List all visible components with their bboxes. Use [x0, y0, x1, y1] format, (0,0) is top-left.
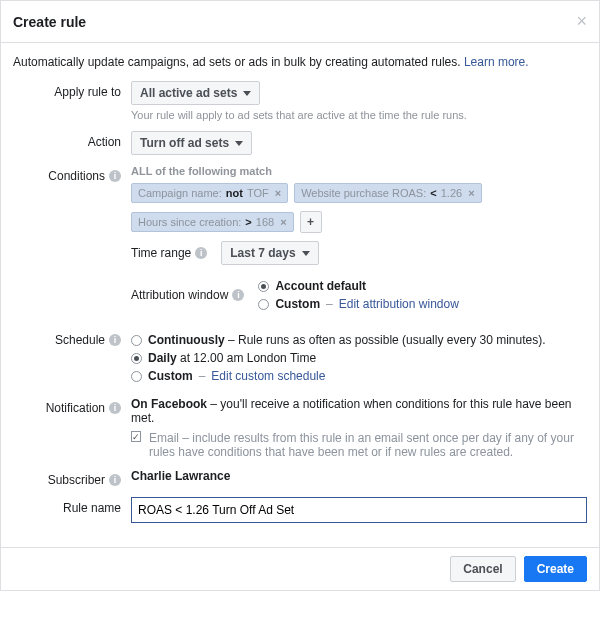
apply-help: Your rule will apply to ad sets that are…	[131, 109, 587, 121]
schedule-row: Schedule i Continuously – Rule runs as o…	[13, 329, 587, 387]
action-label: Action	[13, 131, 131, 149]
notification-email-row: ✓ Email – include results from this rule…	[131, 431, 587, 459]
schedule-option-daily[interactable]: Daily at 12.00 am London Time	[131, 351, 587, 365]
caret-down-icon	[243, 91, 251, 96]
subscriber-name: Charlie Lawrance	[131, 469, 230, 483]
attribution-option-default[interactable]: Account default	[258, 279, 458, 293]
create-rule-dialog: Create rule × Automatically update campa…	[0, 0, 600, 591]
schedule-label: Schedule i	[13, 329, 131, 347]
caret-down-icon	[302, 251, 310, 256]
condition-chip[interactable]: Website purchase ROAS: < 1.26 ×	[294, 183, 481, 203]
apply-rule-row: Apply rule to All active ad sets Your ru…	[13, 81, 587, 121]
attribution-row: Attribution window i Account default Cus…	[131, 275, 587, 315]
conditions-row: Conditions i ALL of the following match …	[13, 165, 587, 319]
create-button[interactable]: Create	[524, 556, 587, 582]
rule-name-input[interactable]	[131, 497, 587, 523]
info-icon[interactable]: i	[109, 474, 121, 486]
close-icon[interactable]: ×	[468, 187, 474, 199]
info-icon[interactable]: i	[109, 402, 121, 414]
radio-icon	[258, 281, 269, 292]
dialog-header: Create rule ×	[1, 1, 599, 43]
dialog-body: Automatically update campaigns, ad sets …	[1, 43, 599, 547]
radio-icon	[131, 371, 142, 382]
close-icon[interactable]: ×	[280, 216, 286, 228]
info-icon[interactable]: i	[109, 334, 121, 346]
email-checkbox[interactable]: ✓	[131, 431, 141, 442]
conditions-label: Conditions i	[13, 165, 131, 183]
edit-attribution-link[interactable]: Edit attribution window	[339, 297, 459, 311]
attribution-label: Attribution window i	[131, 288, 244, 302]
condition-chips: Campaign name: not TOF × Website purchas…	[131, 183, 587, 203]
rule-name-row: Rule name	[13, 497, 587, 523]
edit-schedule-link[interactable]: Edit custom schedule	[211, 369, 325, 383]
close-icon[interactable]: ×	[576, 11, 587, 32]
subscriber-label: Subscriber i	[13, 469, 131, 487]
time-range-label: Time range i	[131, 246, 207, 260]
rule-name-label: Rule name	[13, 497, 131, 515]
schedule-option-custom[interactable]: Custom – Edit custom schedule	[131, 369, 587, 383]
conditions-sublabel: ALL of the following match	[131, 165, 587, 177]
dialog-footer: Cancel Create	[1, 547, 599, 590]
action-dropdown[interactable]: Turn off ad sets	[131, 131, 252, 155]
condition-chip[interactable]: Hours since creation: > 168 ×	[131, 212, 294, 232]
notification-label: Notification i	[13, 397, 131, 415]
info-icon[interactable]: i	[195, 247, 207, 259]
cancel-button[interactable]: Cancel	[450, 556, 515, 582]
condition-chip[interactable]: Campaign name: not TOF ×	[131, 183, 288, 203]
radio-icon	[258, 299, 269, 310]
intro-text: Automatically update campaigns, ad sets …	[13, 55, 587, 69]
notification-row: Notification i On Facebook – you'll rece…	[13, 397, 587, 459]
apply-label: Apply rule to	[13, 81, 131, 99]
info-icon[interactable]: i	[232, 289, 244, 301]
add-condition-button[interactable]: +	[300, 211, 322, 233]
dialog-title: Create rule	[13, 14, 86, 30]
action-row: Action Turn off ad sets	[13, 131, 587, 155]
time-range-dropdown[interactable]: Last 7 days	[221, 241, 318, 265]
time-range-row: Time range i Last 7 days	[131, 241, 587, 265]
schedule-option-continuous[interactable]: Continuously – Rule runs as often as pos…	[131, 333, 587, 347]
close-icon[interactable]: ×	[275, 187, 281, 199]
apply-dropdown[interactable]: All active ad sets	[131, 81, 260, 105]
notification-facebook: On Facebook – you'll receive a notificat…	[131, 397, 587, 425]
info-icon[interactable]: i	[109, 170, 121, 182]
radio-icon	[131, 353, 142, 364]
learn-more-link[interactable]: Learn more.	[464, 55, 529, 69]
condition-chips-row2: Hours since creation: > 168 × +	[131, 211, 587, 233]
caret-down-icon	[235, 141, 243, 146]
radio-icon	[131, 335, 142, 346]
subscriber-row: Subscriber i Charlie Lawrance	[13, 469, 587, 487]
attribution-option-custom[interactable]: Custom – Edit attribution window	[258, 297, 458, 311]
